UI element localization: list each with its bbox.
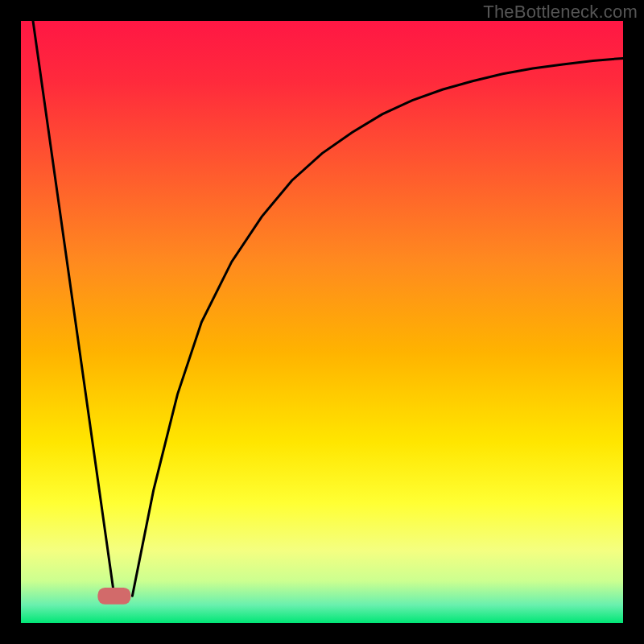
outer-frame: TheBottleneck.com	[0, 0, 644, 644]
optimal-marker	[97, 588, 130, 605]
plot-area	[21, 21, 623, 623]
gradient-background	[21, 21, 623, 623]
watermark-text: TheBottleneck.com	[483, 2, 638, 23]
chart-svg	[21, 21, 623, 623]
